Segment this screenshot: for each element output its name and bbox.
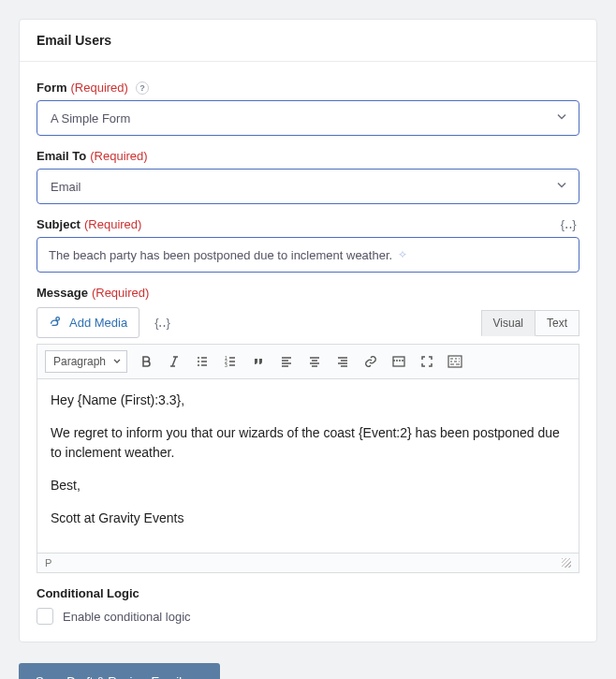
conditional-logic-section: Conditional Logic Enable conditional log… — [37, 586, 579, 625]
editor-status-bar: P — [37, 554, 579, 573]
email-to-label: Email To — [37, 149, 86, 163]
form-label: Form — [37, 81, 67, 95]
align-left-icon[interactable] — [277, 352, 296, 371]
message-label: Message — [37, 286, 88, 300]
svg-point-2 — [198, 361, 199, 362]
fullscreen-icon[interactable] — [418, 352, 436, 371]
form-required-indicator: (Required) — [71, 81, 128, 95]
save-draft-button[interactable]: Save Draft & Review Emails → — [19, 663, 220, 679]
italic-icon[interactable] — [165, 352, 183, 371]
bullet-list-icon[interactable] — [193, 352, 212, 371]
add-media-label: Add Media — [69, 316, 127, 330]
add-media-button[interactable]: Add Media — [37, 307, 139, 338]
numbered-list-icon[interactable]: 123 — [221, 352, 240, 371]
toolbar-toggle-icon[interactable] — [446, 352, 464, 371]
panel-title: Email Users — [20, 20, 596, 62]
form-select-value: A Simple Form — [51, 111, 130, 125]
editor-line: We regret to inform you that our wizards… — [51, 423, 565, 463]
svg-point-3 — [198, 364, 199, 366]
bold-icon[interactable] — [137, 352, 155, 371]
media-icon — [49, 315, 62, 331]
editor-line: Scott at Gravity Events — [51, 509, 565, 528]
form-select[interactable]: A Simple Form — [37, 100, 579, 136]
message-editor[interactable]: Hey {Name (First):3.3}, We regret to inf… — [37, 379, 579, 554]
svg-rect-7 — [393, 357, 404, 366]
message-field: Message (Required) Add Media {‥} Visual … — [37, 286, 579, 573]
subject-input-value: The beach party has been postponed due t… — [49, 248, 392, 262]
help-icon[interactable]: ? — [136, 81, 149, 95]
align-right-icon[interactable] — [333, 352, 352, 371]
link-icon[interactable] — [361, 352, 380, 371]
star-icon: ✧ — [398, 248, 407, 261]
format-select-value: Paragraph — [53, 355, 106, 368]
editor-line: Hey {Name (First):3.3}, — [51, 391, 565, 410]
svg-point-1 — [198, 357, 199, 359]
svg-text:3: 3 — [225, 362, 227, 368]
editor-line: Best, — [51, 476, 565, 495]
merge-tag-button[interactable]: {‥} — [151, 316, 173, 330]
chevron-down-icon — [556, 111, 567, 125]
merge-tag-button[interactable]: {‥} — [557, 217, 579, 231]
format-select[interactable]: Paragraph — [45, 350, 127, 373]
subject-required-indicator: (Required) — [84, 217, 141, 231]
conditional-logic-checkbox[interactable] — [37, 608, 53, 625]
tab-text[interactable]: Text — [535, 310, 579, 336]
conditional-logic-checkbox-label: Enable conditional logic — [63, 610, 191, 624]
align-center-icon[interactable] — [305, 352, 324, 371]
conditional-logic-label: Conditional Logic — [37, 586, 139, 600]
svg-point-0 — [56, 317, 60, 321]
email-to-required-indicator: (Required) — [90, 149, 147, 163]
editor-toolbar: Paragraph 123 — [37, 344, 579, 379]
subject-label: Subject — [37, 217, 81, 231]
blockquote-icon[interactable] — [249, 352, 268, 371]
resize-handle[interactable] — [562, 558, 571, 568]
save-draft-label: Save Draft & Review Emails → — [36, 674, 203, 679]
chevron-down-icon — [556, 180, 567, 194]
email-users-panel: Email Users Form (Required) ? A Simple F… — [19, 19, 597, 642]
message-required-indicator: (Required) — [92, 286, 149, 300]
editor-tabs: Visual Text — [481, 310, 579, 336]
email-to-field: Email To (Required) Email — [37, 149, 579, 204]
email-to-select-value: Email — [51, 180, 81, 194]
subject-field: Subject (Required) {‥} The beach party h… — [37, 217, 579, 273]
caret-down-icon — [113, 358, 121, 365]
email-to-select[interactable]: Email — [37, 169, 579, 204]
form-field: Form (Required) ? A Simple Form — [37, 81, 579, 136]
tab-visual[interactable]: Visual — [481, 310, 535, 336]
subject-input[interactable]: The beach party has been postponed due t… — [37, 237, 579, 273]
editor-path: P — [45, 557, 51, 568]
insert-more-icon[interactable] — [389, 352, 408, 371]
